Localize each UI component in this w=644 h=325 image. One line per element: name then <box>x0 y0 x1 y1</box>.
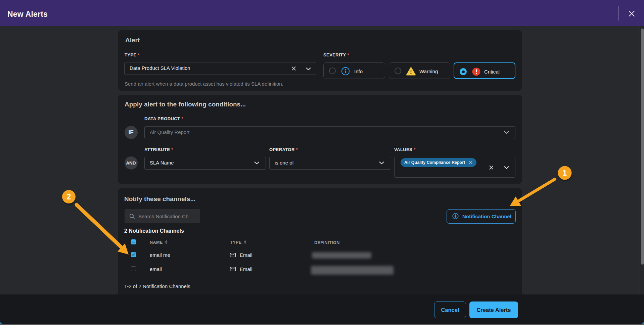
svg-text:1: 1 <box>563 169 567 177</box>
svg-text:2: 2 <box>67 192 71 201</box>
